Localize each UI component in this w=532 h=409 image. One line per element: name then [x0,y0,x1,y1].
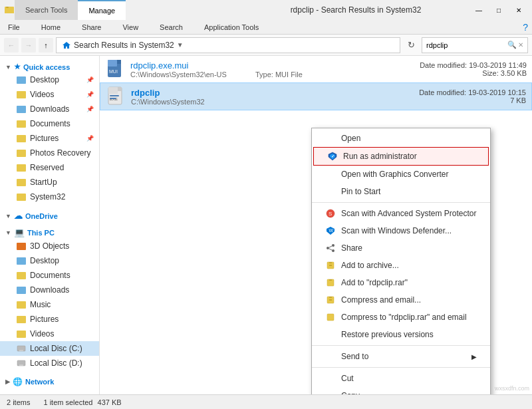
svg-rect-9 [108,60,117,67]
file-meta: Date modified: 19-03-2019 10:15 7 KB [419,88,526,104]
ribbon-home[interactable]: Home [37,22,65,33]
ctx-graphics-icon [325,169,336,180]
ctx-copy[interactable]: Copy [312,387,490,394]
ctx-send-to[interactable]: Send to ▶ [312,348,490,365]
back-button[interactable]: ← [4,38,19,53]
ctx-scan-adv[interactable]: S Scan with Advanced System Protector [312,205,490,222]
sidebar-item-videos-qa[interactable]: Videos 📌 [0,87,99,102]
search-clear-icon[interactable]: ✕ [518,41,523,49]
onedrive-header[interactable]: ▼ ☁ OneDrive [0,207,99,222]
sidebar-item-label: Local Disc (D:) [30,358,82,368]
ctx-cut[interactable]: Cut [312,370,490,387]
ribbon-search[interactable]: Search [156,22,187,33]
ribbon-share[interactable]: Share [78,22,105,33]
sidebar-item-label: Pictures [30,315,59,324]
ctx-copy-icon [325,390,336,394]
ribbon-app-tools[interactable]: Application Tools [200,22,263,33]
sidebar-item-music[interactable]: Music [0,297,99,312]
ctx-scan-defender[interactable]: W Scan with Windows Defender... [312,222,490,239]
ctx-add-rar[interactable]: Add to "rdpclip.rar" [312,274,490,291]
search-input[interactable] [426,41,507,49]
ctx-share[interactable]: Share [312,239,490,257]
svg-rect-10 [117,60,121,64]
network-arrow: ▶ [5,378,10,385]
sidebar-item-videos-pc[interactable]: Videos [0,327,99,341]
svg-text:MUI: MUI [109,69,118,74]
network-label: Network [25,378,54,386]
sidebar-item-3d-objects[interactable]: 3D Objects [0,239,99,253]
help-icon[interactable]: ? [523,22,528,33]
system32-icon [16,192,27,202]
sidebar-item-startup[interactable]: StartUp [0,175,99,190]
table-row[interactable]: EXE rdpclip C:\Windows\System32 Date mod… [100,82,532,110]
sidebar-item-local-c[interactable]: Local Disc (C:) [0,341,99,356]
refresh-button[interactable]: ↻ [403,37,419,53]
sidebar-item-photos-recovery[interactable]: Photos Recovery [0,146,99,160]
title-bar-controls: — □ ✕ [469,3,532,17]
ctx-send-icon [325,351,336,362]
ctx-run-as-admin[interactable]: ✓ Run as administrator [313,147,489,166]
tab-manage[interactable]: Manage [78,0,126,20]
music-icon [16,299,27,310]
ctx-restore-prev[interactable]: Restore previous versions [312,326,490,343]
sidebar-item-desktop-pc[interactable]: Desktop [0,253,99,268]
tab-search-tools[interactable]: Search Tools [15,0,78,20]
ctx-pin-start[interactable]: Pin to Start [312,183,490,200]
sidebar-item-label: Desktop [30,256,59,265]
quick-access-arrow: ▼ [5,64,11,70]
sidebar-item-downloads-pc[interactable]: Downloads [0,283,99,297]
watermark: wxsxdfn.com [495,385,529,392]
downloads-qa-icon [16,104,27,114]
ctx-compress-rar-email[interactable]: Compress to "rdpclip.rar" and email [312,309,490,326]
svg-point-27 [332,249,334,252]
svg-rect-13 [108,87,118,94]
content-area: MUI rdpclip.exe.mui C:\Windows\System32\… [100,56,532,394]
up-button[interactable]: ↑ [39,38,53,53]
maximize-button[interactable]: □ [489,3,508,17]
svg-rect-17 [110,98,116,99]
sidebar-item-system32[interactable]: System32 [0,190,99,204]
sidebar-item-desktop-qa[interactable]: Desktop 📌 [0,72,99,87]
forward-button[interactable]: → [21,38,36,53]
ctx-open-graphics[interactable]: Open with Graphics Converter [312,166,490,183]
svg-rect-36 [329,297,332,298]
desktop-pc-icon [16,255,27,266]
sidebar-item-documents-qa[interactable]: Documents [0,116,99,131]
sidebar-item-reserved[interactable]: Reserved [0,160,99,175]
sidebar-item-label: 3D Objects [30,241,69,251]
ctx-add-archive[interactable]: Add to archive... [312,257,490,274]
address-dropdown-icon[interactable]: ▼ [177,41,184,49]
sidebar-item-documents-pc[interactable]: Documents [0,268,99,283]
network-header[interactable]: ▶ 🌐 Network [0,373,99,388]
svg-text:W: W [329,228,334,233]
ctx-compress-email[interactable]: Compress and email... [312,291,490,309]
sidebar-item-label: Videos [30,90,54,99]
svg-rect-37 [329,299,332,301]
address-path[interactable]: Search Results in System32 ▼ [56,37,400,53]
documents-pc-icon [16,270,27,281]
ribbon-file[interactable]: File [4,22,24,33]
sidebar-item-downloads-qa[interactable]: Downloads 📌 [0,102,99,116]
ribbon-view[interactable]: View [118,22,142,33]
thispc-header[interactable]: ▼ 💻 This PC [0,223,99,239]
downloads-pc-icon [16,285,27,295]
ctx-compress-rar-icon [325,312,336,323]
ctx-open[interactable]: Open [312,130,490,147]
sidebar-item-label: Music [30,300,51,309]
network-icon: 🌐 [13,377,23,386]
sidebar-item-local-d[interactable]: Local Disc (D:) [0,356,99,370]
sidebar-item-label: Pictures [30,134,59,143]
reserved-icon [16,162,27,173]
ctx-separator-3 [312,367,490,368]
table-row[interactable]: MUI rdpclip.exe.mui C:\Windows\System32\… [100,56,532,82]
ctx-separator-2 [312,345,490,346]
sidebar-item-label: StartUp [30,178,57,187]
close-button[interactable]: ✕ [509,3,528,17]
sidebar-item-pictures-qa[interactable]: Pictures 📌 [0,131,99,146]
minimize-button[interactable]: — [469,3,488,17]
svg-rect-5 [19,350,23,351]
svg-rect-32 [329,265,332,266]
quick-access-header[interactable]: ▼ ★ Quick access [0,59,99,72]
sidebar-item-pictures-pc[interactable]: Pictures [0,312,99,327]
thispc-icon: 💻 [14,227,25,237]
